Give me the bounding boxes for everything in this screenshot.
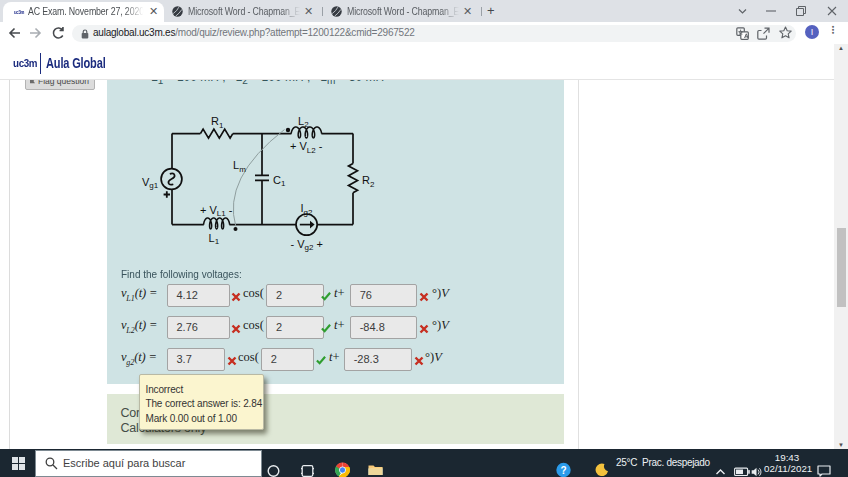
- svg-text:R1: R1: [211, 115, 224, 130]
- svg-text:?: ?: [560, 465, 566, 476]
- svg-text:- Vg2 +: - Vg2 +: [291, 237, 323, 252]
- svg-text:+ VL2 -: + VL2 -: [290, 140, 323, 155]
- svg-text:R2: R2: [362, 174, 375, 189]
- svg-text:L2: L2: [298, 114, 309, 129]
- svg-text:Vg1: Vg1: [142, 175, 159, 190]
- svg-text:C1: C1: [273, 173, 286, 188]
- svg-text:+ VL1 -: + VL1 -: [200, 203, 233, 218]
- svg-text:Lm: Lm: [233, 159, 246, 174]
- svg-text:L1: L1: [209, 231, 220, 246]
